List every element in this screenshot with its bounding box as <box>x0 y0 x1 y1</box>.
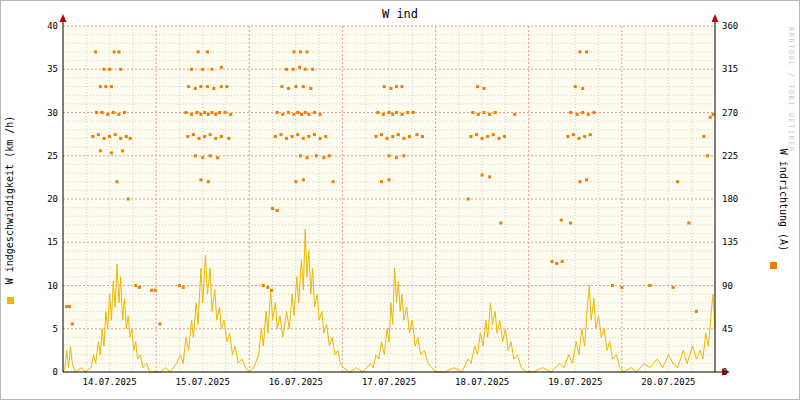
wind-direction-point <box>328 154 331 157</box>
left-axis-tick-label: 5 <box>53 324 58 334</box>
wind-direction-point <box>304 68 307 71</box>
wind-direction-point <box>555 262 558 265</box>
wind-direction-point <box>262 284 265 287</box>
wind-direction-point <box>227 137 230 140</box>
wind-direction-point <box>110 151 113 154</box>
wind-direction-point <box>421 135 424 138</box>
wind-direction-point <box>211 68 214 71</box>
wind-direction-point <box>488 175 491 178</box>
wind-direction-point <box>401 85 404 88</box>
wind-direction-point <box>388 111 391 114</box>
wind-direction-point <box>307 135 310 138</box>
wind-direction-point <box>494 111 497 114</box>
wind-direction-point <box>313 111 316 114</box>
wind-direction-point <box>299 154 302 157</box>
wind-direction-point <box>471 111 474 114</box>
wind-direction-point <box>470 135 473 138</box>
wind-direction-point <box>199 178 202 181</box>
wind-direction-point <box>587 113 590 116</box>
wind-direction-point <box>119 68 122 71</box>
wind-direction-point <box>319 113 322 116</box>
wind-direction-point <box>499 222 502 225</box>
x-axis-date-label: 19.07.2025 <box>548 377 602 387</box>
wind-direction-point <box>672 286 675 289</box>
wind-direction-point <box>676 180 679 183</box>
wind-direction-point <box>207 113 210 116</box>
wind-direction-point <box>467 198 470 201</box>
wind-direction-point <box>194 154 197 157</box>
wind-direction-point <box>389 87 392 90</box>
wind-direction-point <box>119 137 122 140</box>
wind-direction-point <box>574 85 577 88</box>
wind-direction-point <box>150 289 153 292</box>
wind-direction-point <box>287 111 290 114</box>
wind-direction-point <box>127 198 130 201</box>
wind-direction-point <box>123 111 126 114</box>
left-axis-tick-label: 15 <box>47 237 58 247</box>
wind-direction-point <box>307 113 310 116</box>
wind-direction-point <box>583 135 586 138</box>
wind-direction-point <box>182 286 185 289</box>
wind-direction-point <box>112 111 115 114</box>
wind-direction-point <box>276 111 279 114</box>
x-axis-date-label: 20.07.2025 <box>641 377 695 387</box>
wind-direction-point <box>581 111 584 114</box>
wind-direction-point <box>383 85 386 88</box>
wind-direction-point <box>285 68 288 71</box>
wind-direction-point <box>296 133 299 136</box>
wind-direction-point <box>388 154 391 157</box>
wind-direction-point <box>116 180 119 183</box>
wind-direction-point <box>306 50 309 53</box>
right-axis-tick-label: 180 <box>722 194 738 204</box>
wind-direction-point <box>94 50 97 53</box>
wind-direction-point <box>129 137 132 140</box>
left-axis-tick-label: 25 <box>47 151 58 161</box>
wind-direction-point <box>702 135 705 138</box>
wind-direction-point <box>611 284 614 287</box>
wind-direction-point <box>125 135 128 138</box>
wind-direction-point <box>299 50 302 53</box>
wind-direction-point <box>201 68 204 71</box>
wind-direction-point <box>108 68 111 71</box>
wind-direction-point <box>218 111 221 114</box>
wind-direction-point <box>101 111 104 114</box>
wind-chart: 0510152025303540045901351802252703153601… <box>1 1 799 399</box>
wind-direction-point <box>287 87 290 90</box>
wind-direction-point <box>154 289 157 292</box>
wind-direction-point <box>513 113 516 116</box>
wind-direction-point <box>488 113 491 116</box>
wind-direction-point <box>569 111 572 114</box>
right-axis-tick-label: 270 <box>722 108 738 118</box>
x-axis-date-label: 14.07.2025 <box>82 377 136 387</box>
wind-direction-point <box>304 111 307 114</box>
chart-title: W ind <box>382 7 418 21</box>
wind-direction-point <box>209 133 212 136</box>
wind-direction-point <box>551 260 554 263</box>
wind-direction-point <box>476 85 479 88</box>
wind-direction-point <box>224 111 227 114</box>
wind-direction-point <box>406 111 409 114</box>
left-axis-tick-label: 0 <box>53 367 58 377</box>
wind-direction-point <box>158 322 161 325</box>
wind-direction-point <box>572 133 575 136</box>
x-axis-date-label: 18.07.2025 <box>455 377 509 387</box>
left-axis-arrow <box>60 14 67 22</box>
wind-direction-point <box>266 286 269 289</box>
wind-direction-point <box>207 180 210 183</box>
wind-direction-point <box>274 135 277 138</box>
wind-direction-point <box>492 133 495 136</box>
wind-direction-point <box>388 178 391 181</box>
wind-direction-point <box>581 87 584 90</box>
wind-direction-point <box>291 135 294 138</box>
wind-speed-legend-marker <box>7 297 14 304</box>
wind-direction-point <box>395 111 398 114</box>
wind-direction-point <box>296 111 299 114</box>
wind-direction-point <box>709 116 712 119</box>
wind-direction-point <box>332 180 335 183</box>
wind-direction-point <box>401 113 404 116</box>
wind-direction-point <box>706 154 709 157</box>
wind-direction-point <box>313 133 316 136</box>
right-axis-tick-label: 135 <box>722 237 738 247</box>
wind-direction-point <box>481 137 484 140</box>
rrdtool-watermark: RRDTOOL / TOBI OETIKER <box>787 27 795 153</box>
